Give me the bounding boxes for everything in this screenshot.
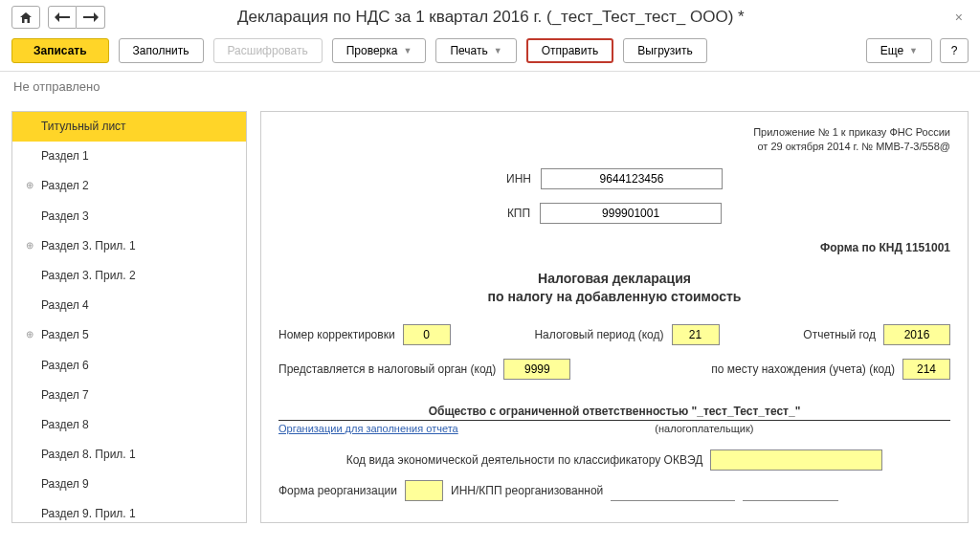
home-button[interactable] <box>11 6 40 29</box>
sections-sidebar: Титульный лист Раздел 1 ⊕Раздел 2 Раздел… <box>11 111 247 523</box>
year-label: Отчетный год <box>803 328 876 341</box>
reorg-label: Форма реорганизации <box>278 484 397 497</box>
expand-icon[interactable]: ⊕ <box>26 327 33 342</box>
home-icon <box>19 11 33 24</box>
okved-label: Код вида экономической деятельности по к… <box>346 453 703 467</box>
print-button[interactable]: Печать▼ <box>435 38 516 63</box>
sidebar-item-title[interactable]: Титульный лист <box>12 112 246 142</box>
close-button[interactable]: × <box>949 10 969 25</box>
inn-field[interactable] <box>541 168 723 189</box>
sidebar-item[interactable]: Раздел 7 <box>12 381 246 410</box>
correction-field[interactable] <box>403 324 451 345</box>
fill-button[interactable]: Заполнить <box>119 38 204 63</box>
sidebar-item[interactable]: Раздел 3 <box>12 202 246 231</box>
page-title: Декларация по НДС за 1 квартал 2016 г. (… <box>237 8 745 27</box>
save-button[interactable]: Записать <box>11 38 109 63</box>
decode-button[interactable]: Расшифровать <box>213 38 323 63</box>
reorg-innkpp-label: ИНН/КПП реорганизованной <box>451 484 603 497</box>
okved-field[interactable] <box>710 449 882 471</box>
expand-icon[interactable]: ⊕ <box>26 178 33 193</box>
arrow-left-icon <box>55 12 70 22</box>
correction-label: Номер корректировки <box>278 328 395 341</box>
sidebar-item[interactable]: Раздел 1 <box>12 142 246 171</box>
declaration-title: Налоговая декларация по налогу на добавл… <box>278 270 950 307</box>
tax-org-label: Представляется в налоговый орган (код) <box>278 362 496 376</box>
sidebar-item[interactable]: Раздел 8. Прил. 1 <box>12 440 246 470</box>
back-button[interactable] <box>48 6 77 29</box>
expand-icon[interactable]: ⊕ <box>26 238 33 253</box>
reorg-form-field[interactable] <box>405 480 443 501</box>
period-field[interactable] <box>672 324 720 345</box>
chevron-down-icon: ▼ <box>403 46 412 55</box>
kpp-label: КПП <box>507 207 530 220</box>
kpp-field[interactable] <box>540 203 722 224</box>
sidebar-item[interactable]: ⊕Раздел 3. Прил. 1 <box>12 231 246 261</box>
year-field[interactable] <box>883 324 950 345</box>
place-label: по месту нахождения (учета) (код) <box>711 362 895 376</box>
period-label: Налоговый период (код) <box>534 328 663 341</box>
sidebar-item[interactable]: Раздел 8 <box>12 410 246 440</box>
help-button[interactable]: ? <box>940 38 969 63</box>
sidebar-item[interactable]: Раздел 6 <box>12 351 246 381</box>
reorg-inn-field[interactable] <box>611 480 735 501</box>
tax-org-field[interactable] <box>503 359 570 380</box>
chevron-down-icon: ▼ <box>494 46 502 55</box>
forward-button[interactable] <box>77 6 105 29</box>
reorg-kpp-field[interactable] <box>743 480 838 501</box>
sidebar-item[interactable]: Раздел 3. Прил. 2 <box>12 261 246 291</box>
form-main: Приложение № 1 к приказу ФНС России от 2… <box>260 111 969 523</box>
more-button[interactable]: Еще▼ <box>866 38 932 63</box>
knd-code: Форма по КНД 1151001 <box>278 241 950 254</box>
arrow-right-icon <box>83 12 99 22</box>
sidebar-item[interactable]: Раздел 9 <box>12 470 246 499</box>
status-text: Не отправлено <box>0 72 980 101</box>
sidebar-item[interactable]: ⊕Раздел 5 <box>12 320 246 350</box>
org-name: Общество с ограниченной ответственностью… <box>278 405 950 421</box>
appendix-note: Приложение № 1 к приказу ФНС России от 2… <box>278 125 950 155</box>
inn-label: ИНН <box>506 172 531 186</box>
org-link[interactable]: Организации для заполнения отчета <box>278 423 458 434</box>
place-field[interactable] <box>902 359 950 380</box>
send-button[interactable]: Отправить <box>526 38 614 63</box>
export-button[interactable]: Выгрузить <box>623 38 707 63</box>
sidebar-item[interactable]: ⊕Раздел 2 <box>12 171 246 201</box>
sidebar-item[interactable]: Раздел 4 <box>12 291 246 320</box>
sidebar-item[interactable]: Раздел 9. Прил. 1 <box>12 499 246 523</box>
check-button[interactable]: Проверка▼ <box>332 38 427 63</box>
chevron-down-icon: ▼ <box>909 46 918 55</box>
